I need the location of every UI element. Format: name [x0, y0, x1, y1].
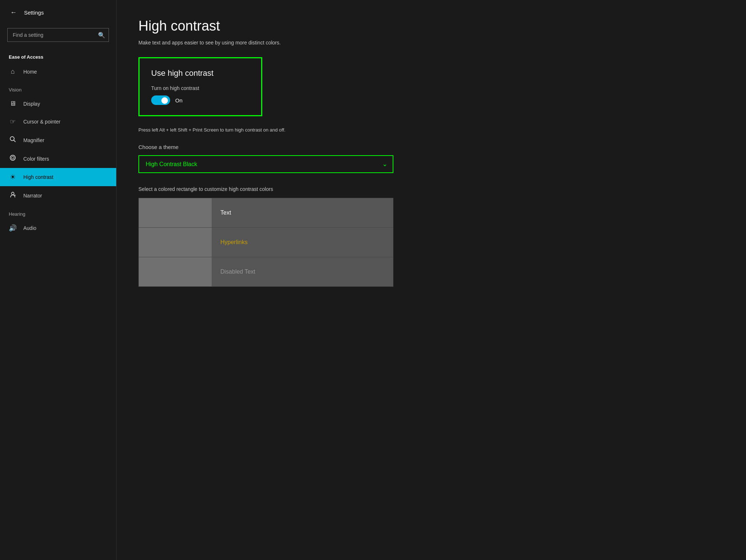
- sidebar-item-color-filters[interactable]: Color filters: [0, 149, 116, 168]
- sidebar-item-label: High contrast: [23, 174, 53, 180]
- svg-line-1: [14, 140, 16, 142]
- theme-select-wrapper: High Contrast Black High Contrast White …: [138, 155, 393, 173]
- sidebar-item-high-contrast[interactable]: ☀ High contrast: [0, 168, 116, 186]
- home-icon: ⌂: [9, 68, 17, 75]
- disabled-text-color-label: Disabled Text: [212, 257, 264, 286]
- color-row-disabled-text: Disabled Text: [139, 257, 393, 286]
- sidebar-item-label: Audio: [23, 225, 36, 231]
- sidebar-header: ← Settings: [0, 0, 116, 25]
- search-box-container: 🔍: [7, 28, 109, 42]
- sidebar-item-label: Home: [23, 69, 37, 75]
- color-row-hyperlinks: Hyperlinks: [139, 228, 393, 257]
- color-filters-icon: [9, 154, 17, 163]
- toggle-thumb: [161, 97, 168, 104]
- svg-point-2: [10, 155, 15, 160]
- theme-section-heading: Choose a theme: [138, 144, 724, 150]
- theme-dropdown[interactable]: High Contrast Black High Contrast White …: [138, 155, 393, 173]
- sidebar-title: Settings: [24, 9, 44, 16]
- colors-section-label: Select a colored rectangle to customize …: [138, 186, 724, 192]
- text-color-label: Text: [212, 198, 240, 227]
- sidebar-item-label: Magnifier: [23, 137, 44, 143]
- sidebar-item-magnifier[interactable]: Magnifier: [0, 131, 116, 149]
- high-contrast-icon: ☀: [9, 173, 17, 181]
- contrast-box-title: Use high contrast: [151, 68, 250, 78]
- sidebar-item-home[interactable]: ⌂ Home: [0, 63, 116, 81]
- sidebar-item-label: Color filters: [23, 156, 49, 162]
- display-icon: 🖥: [9, 100, 17, 107]
- toggle-row: On: [151, 95, 250, 105]
- text-color-swatch[interactable]: [139, 198, 212, 227]
- hyperlinks-color-label: Hyperlinks: [212, 228, 256, 257]
- hyperlinks-color-swatch[interactable]: [139, 228, 212, 257]
- page-title: High contrast: [138, 18, 724, 34]
- use-high-contrast-box: Use high contrast Turn on high contrast …: [138, 57, 262, 116]
- magnifier-icon: [9, 136, 17, 144]
- sidebar-item-cursor[interactable]: ☞ Cursor & pointer: [0, 113, 116, 131]
- color-row-text: Text: [139, 198, 393, 228]
- toggle-track: [151, 95, 170, 105]
- high-contrast-toggle[interactable]: [151, 95, 170, 105]
- disabled-text-color-swatch[interactable]: [139, 257, 212, 286]
- main-content: High contrast Make text and apps easier …: [117, 0, 746, 560]
- sidebar-item-audio[interactable]: 🔊 Audio: [0, 219, 116, 237]
- hearing-category-label: Hearing: [0, 205, 116, 219]
- ease-of-access-label: Ease of Access: [0, 49, 116, 63]
- color-grid: Text Hyperlinks Disabled Text: [138, 198, 393, 287]
- contrast-toggle-label: Turn on high contrast: [151, 85, 250, 91]
- search-icon: 🔍: [98, 32, 105, 38]
- cursor-icon: ☞: [9, 118, 17, 126]
- svg-point-3: [12, 157, 14, 159]
- search-icon-button[interactable]: 🔍: [98, 32, 105, 39]
- narrator-icon: [9, 191, 17, 200]
- toggle-state-label: On: [175, 97, 182, 103]
- sidebar-item-narrator[interactable]: Narrator: [0, 186, 116, 205]
- sidebar: ← Settings 🔍 Ease of Access ⌂ Home Visio…: [0, 0, 117, 560]
- sidebar-item-label: Display: [23, 101, 40, 107]
- sidebar-item-display[interactable]: 🖥 Display: [0, 95, 116, 113]
- sidebar-item-label: Narrator: [23, 193, 42, 199]
- shortcut-hint: Press left Alt + left Shift + Print Scre…: [138, 126, 393, 134]
- back-button[interactable]: ←: [9, 7, 18, 18]
- back-icon: ←: [10, 9, 17, 16]
- vision-category-label: Vision: [0, 81, 116, 95]
- page-subtitle: Make text and apps easier to see by usin…: [138, 40, 724, 46]
- search-input[interactable]: [7, 28, 109, 42]
- sidebar-item-label: Cursor & pointer: [23, 119, 60, 125]
- audio-icon: 🔊: [9, 224, 17, 232]
- svg-point-4: [12, 192, 14, 195]
